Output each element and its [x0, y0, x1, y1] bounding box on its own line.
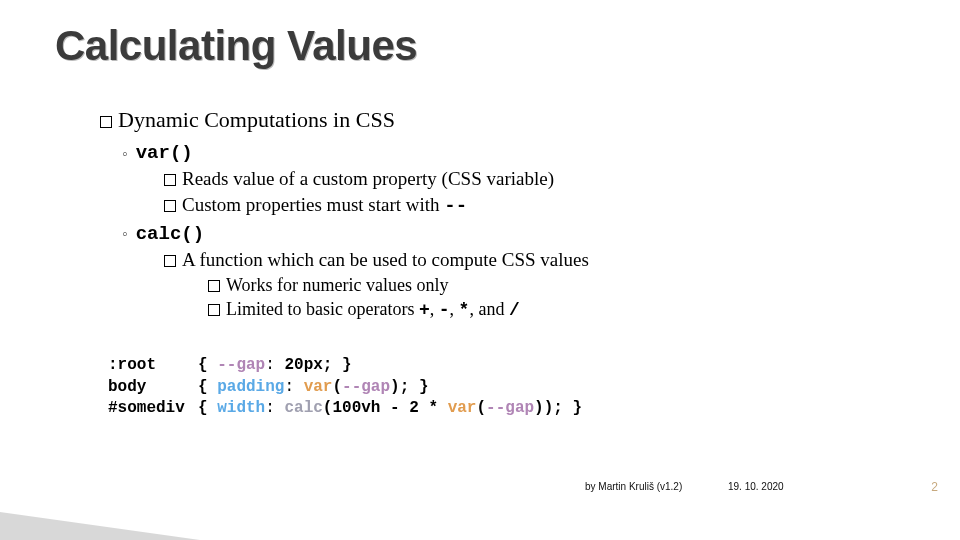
- code-selector: body: [108, 377, 198, 399]
- item-var-custom: Custom properties must start with --: [164, 192, 900, 220]
- bullet-box-icon: [100, 116, 112, 128]
- slide: Calculating Values Dynamic Computations …: [0, 0, 960, 540]
- bullet-box-icon: [164, 200, 176, 212]
- bullet-box-icon: [208, 280, 220, 292]
- item-calc: ◦calc(): [122, 220, 900, 248]
- slide-content: Dynamic Computations in CSS ◦var() Reads…: [100, 105, 900, 322]
- item-var: ◦var(): [122, 139, 900, 167]
- footer-date: 19. 10. 2020: [728, 481, 784, 492]
- bullet-box-icon: [208, 304, 220, 316]
- code-selector: #somediv: [108, 398, 198, 420]
- item-var-reads: Reads value of a custom property (CSS va…: [164, 166, 900, 192]
- slide-title: Calculating Values: [55, 22, 417, 70]
- code-selector: :root: [108, 355, 198, 377]
- bullet-box-icon: [164, 255, 176, 267]
- heading-dynamic: Dynamic Computations in CSS: [100, 105, 900, 135]
- item-limited-ops: Limited to basic operators +, -, *, and …: [208, 297, 900, 322]
- item-numeric-only: Works for numeric values only: [208, 273, 900, 297]
- bullet-circle-icon: ◦: [122, 223, 128, 245]
- item-calc-desc: A function which can be used to compute …: [164, 247, 900, 273]
- footer-author: by Martin Kruliš (v1.2): [585, 481, 682, 492]
- bullet-circle-icon: ◦: [122, 143, 128, 165]
- decoration-wedge: [0, 512, 200, 540]
- page-number: 2: [931, 480, 938, 494]
- code-block: :root{ --gap: 20px; } body{ padding: var…: [108, 355, 582, 420]
- bullet-box-icon: [164, 174, 176, 186]
